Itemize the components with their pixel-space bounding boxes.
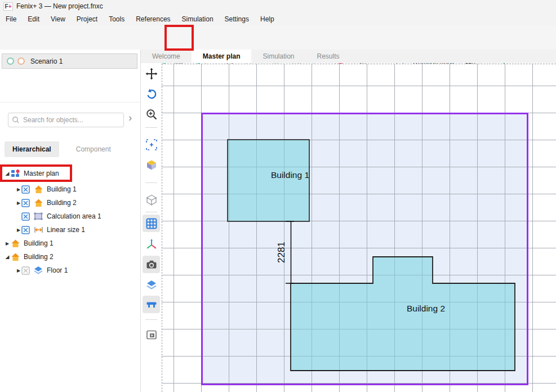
- building-2-label: Building 2: [407, 304, 445, 313]
- floor-icon: [33, 266, 43, 275]
- search-icon: [8, 115, 22, 124]
- grid-tool-icon[interactable]: [143, 215, 160, 232]
- tree-label: Calculation area 1: [47, 212, 101, 220]
- building-icon: [33, 185, 43, 194]
- tree-label: Building 1: [47, 185, 77, 193]
- expand-arrow-icon[interactable]: ▶: [16, 268, 21, 273]
- drawing-layer: Building 1 Building 2 2281: [162, 64, 556, 392]
- expand-arrow-icon[interactable]: ▶: [5, 241, 10, 246]
- scenario-status-icon-orange: [17, 57, 25, 65]
- master-plan-canvas[interactable]: Building 1 Building 2 2281: [162, 64, 556, 392]
- canvas-tool-strip: [141, 63, 162, 392]
- menu-bar: File Edit View Project Tools References …: [0, 12, 556, 25]
- tab-component[interactable]: Component: [68, 141, 119, 157]
- tree-label: Building 2: [24, 253, 54, 261]
- tree-item-floor-1[interactable]: ▶ Floor 1: [0, 264, 140, 277]
- floors-tool-icon[interactable]: [143, 276, 160, 293]
- search-box[interactable]: [8, 113, 124, 127]
- sidebar: Scenario 1 › Hierarchical Component ◢ Ma…: [0, 50, 141, 392]
- visibility-checkbox-unchecked[interactable]: [21, 266, 30, 275]
- tree-label: Building 1: [24, 239, 54, 247]
- menu-file[interactable]: File: [0, 14, 22, 25]
- expand-arrow-icon[interactable]: ▶: [16, 228, 21, 233]
- building-icon: [10, 252, 20, 261]
- tree-item-building-2[interactable]: ▶ Building 2: [0, 196, 140, 210]
- collapse-arrow-icon[interactable]: ◢: [5, 171, 10, 176]
- app-logo-icon: F+: [3, 2, 13, 11]
- tab-hierarchical[interactable]: Hierarchical: [5, 141, 59, 157]
- tree-item-building-1-root[interactable]: ▶ Building 1: [0, 237, 140, 250]
- wireframe-tool-icon[interactable]: [143, 191, 160, 208]
- document-tab-bar: Welcome Master plan Simulation Results: [141, 50, 556, 63]
- linear-size-icon: [33, 225, 43, 234]
- tab-results[interactable]: Results: [306, 50, 351, 63]
- building-2-shape[interactable]: [291, 257, 515, 371]
- expand-arrow-icon[interactable]: ▶: [16, 201, 21, 206]
- tool-separator: [145, 319, 157, 320]
- tab-welcome[interactable]: Welcome: [141, 50, 192, 63]
- tree-item-building-1[interactable]: ▶ Building 1: [0, 182, 140, 196]
- tree-view-tabs: Hierarchical Component: [5, 141, 119, 157]
- menu-simulation[interactable]: Simulation: [176, 14, 219, 25]
- tree-item-building-2-root[interactable]: ◢ Building 2: [0, 250, 140, 264]
- view-3d-tool-icon[interactable]: [143, 156, 160, 173]
- building-1-shape[interactable]: [228, 140, 309, 221]
- tab-master-plan[interactable]: Master plan: [192, 50, 252, 63]
- master-plan-icon: [10, 169, 20, 178]
- tree-item-linear-size-1[interactable]: ▶ Linear size 1: [0, 223, 140, 237]
- dimension-line[interactable]: 2281: [276, 221, 294, 283]
- menu-settings[interactable]: Settings: [219, 14, 255, 25]
- tool-separator: [145, 182, 157, 183]
- fit-view-tool-icon[interactable]: [143, 136, 160, 153]
- rotate-view-tool-icon[interactable]: [143, 85, 160, 103]
- tab-simulation[interactable]: Simulation: [251, 50, 305, 63]
- visibility-checkbox-checked[interactable]: [21, 226, 30, 234]
- menu-project[interactable]: Project: [71, 14, 103, 25]
- presentation-tool-icon[interactable]: [143, 326, 160, 344]
- camera-tool-icon[interactable]: [143, 256, 160, 273]
- tree-label: Building 2: [47, 199, 77, 207]
- calculation-area-icon: [33, 212, 43, 221]
- scenario-label: Scenario 1: [30, 57, 63, 65]
- dimension-value: 2281: [276, 242, 287, 263]
- building-1-label: Building 1: [271, 170, 309, 180]
- tool-separator: [145, 212, 157, 212]
- furniture-tool-icon[interactable]: [143, 296, 160, 313]
- menu-references[interactable]: References: [130, 14, 176, 25]
- visibility-checkbox-checked[interactable]: [21, 212, 30, 221]
- menu-view[interactable]: View: [45, 14, 71, 25]
- window-title: Fenix+ 3 — New project.fnxc: [16, 2, 103, 10]
- menu-edit[interactable]: Edit: [22, 14, 45, 25]
- app-window: F+ Fenix+ 3 — New project.fnxc File Edit…: [0, 0, 556, 392]
- tree-label: Linear size 1: [47, 226, 85, 234]
- building-icon: [33, 198, 43, 207]
- main-toolbar: Rotation angle: ° Evacuation simulation: [0, 25, 556, 50]
- tree-label: Floor 1: [47, 266, 68, 274]
- scenario-row[interactable]: Scenario 1: [2, 54, 137, 69]
- sidebar-divider: [0, 102, 140, 103]
- zoom-tool-icon[interactable]: [143, 105, 160, 123]
- tree-item-master-plan[interactable]: ◢ Master plan: [0, 167, 140, 180]
- scenario-status-icon-green: [7, 57, 14, 65]
- axes-tool-icon[interactable]: [143, 235, 160, 253]
- move-tool-icon[interactable]: [143, 65, 160, 82]
- search-input[interactable]: [22, 115, 123, 124]
- visibility-checkbox-checked[interactable]: [21, 185, 30, 194]
- building-icon: [10, 239, 20, 248]
- collapse-arrow-icon[interactable]: ◢: [5, 254, 10, 260]
- menu-help[interactable]: Help: [255, 14, 280, 25]
- tree-label: Master plan: [24, 170, 59, 177]
- tool-separator: [145, 127, 157, 128]
- expand-arrow-icon[interactable]: ▶: [16, 187, 21, 192]
- tree-item-calculation-area-1[interactable]: Calculation area 1: [0, 210, 140, 223]
- visibility-checkbox-checked[interactable]: [21, 199, 30, 207]
- title-bar: F+ Fenix+ 3 — New project.fnxc: [0, 0, 556, 12]
- chevron-right-icon[interactable]: ›: [128, 112, 132, 124]
- menu-tools[interactable]: Tools: [103, 14, 130, 25]
- annotation-box-toolbar: [164, 25, 194, 51]
